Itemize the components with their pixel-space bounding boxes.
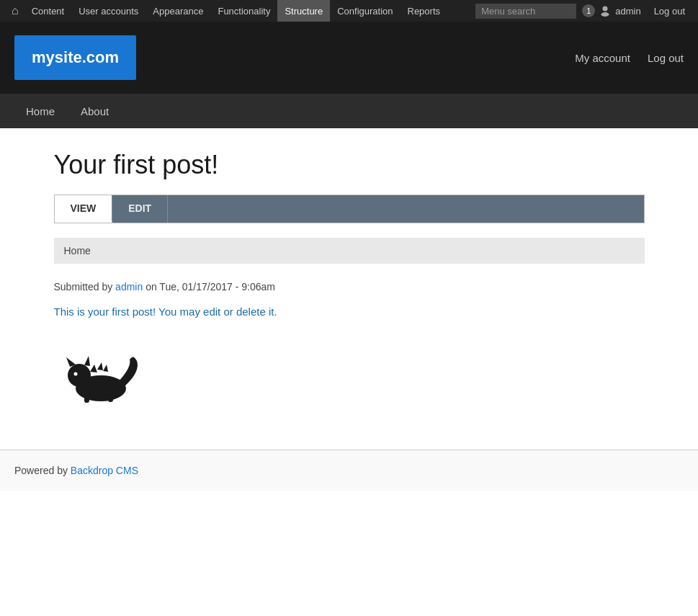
- svg-rect-7: [84, 396, 89, 403]
- admin-nav-functionality[interactable]: Functionality: [210, 0, 277, 22]
- admin-nav-content[interactable]: Content: [24, 0, 72, 22]
- user-count-badge: 1: [582, 4, 595, 17]
- home-icon[interactable]: ⌂: [6, 0, 24, 22]
- submitted-line: Submitted by admin on Tue, 01/17/2017 - …: [54, 281, 645, 293]
- page-content: Your first post! VIEW EDIT Home Submitte…: [40, 128, 659, 450]
- nav-item-home[interactable]: Home: [14, 94, 66, 128]
- admin-nav-structure[interactable]: Structure: [277, 0, 330, 22]
- admin-nav-user-accounts[interactable]: User accounts: [71, 0, 146, 22]
- site-footer: Powered by Backdrop CMS: [0, 450, 698, 491]
- header-links: My account Log out: [575, 52, 684, 64]
- admin-nav-appearance[interactable]: Appearance: [146, 0, 210, 22]
- submitted-suffix: on Tue, 01/17/2017 - 9:06am: [143, 281, 275, 293]
- main-nav: Home About: [0, 94, 698, 128]
- user-area: 1 admin: [576, 4, 646, 17]
- user-icon: [599, 5, 611, 17]
- breadcrumb: Home: [54, 238, 645, 264]
- admin-logout-button[interactable]: Log out: [647, 6, 692, 17]
- svg-marker-10: [97, 362, 103, 370]
- svg-point-6: [73, 372, 77, 376]
- svg-point-0: [603, 6, 608, 12]
- admin-nav-reports[interactable]: Reports: [401, 0, 448, 22]
- my-account-link[interactable]: My account: [575, 52, 630, 64]
- submitted-prefix: Submitted by: [54, 281, 116, 293]
- nav-item-about[interactable]: About: [69, 94, 120, 128]
- search-area: [475, 4, 576, 19]
- svg-point-1: [601, 12, 609, 17]
- submitted-user-link[interactable]: admin: [115, 281, 143, 293]
- admin-username[interactable]: admin: [615, 6, 640, 17]
- search-input[interactable]: [475, 4, 576, 19]
- header-logout-link[interactable]: Log out: [648, 52, 684, 64]
- site-logo[interactable]: mysite.com: [14, 35, 136, 80]
- svg-marker-5: [84, 356, 90, 366]
- footer-cms-link[interactable]: Backdrop CMS: [71, 465, 138, 476]
- post-body: This is your first post! You may edit or…: [54, 305, 645, 318]
- site-header: mysite.com My account Log out: [0, 22, 698, 94]
- mascot-image: [54, 347, 148, 404]
- tabs-container: VIEW EDIT: [54, 195, 645, 223]
- tab-edit[interactable]: EDIT: [112, 195, 168, 223]
- page-title: Your first post!: [54, 150, 645, 180]
- tab-view[interactable]: VIEW: [55, 195, 113, 223]
- admin-nav-configuration[interactable]: Configuration: [330, 0, 400, 22]
- svg-point-3: [68, 364, 91, 387]
- admin-toolbar: ⌂ Content User accounts Appearance Funct…: [0, 0, 698, 22]
- footer-prefix: Powered by: [14, 465, 71, 476]
- svg-marker-11: [103, 365, 108, 372]
- svg-rect-8: [108, 396, 113, 402]
- svg-marker-9: [90, 365, 97, 372]
- mascot-area: [54, 347, 645, 406]
